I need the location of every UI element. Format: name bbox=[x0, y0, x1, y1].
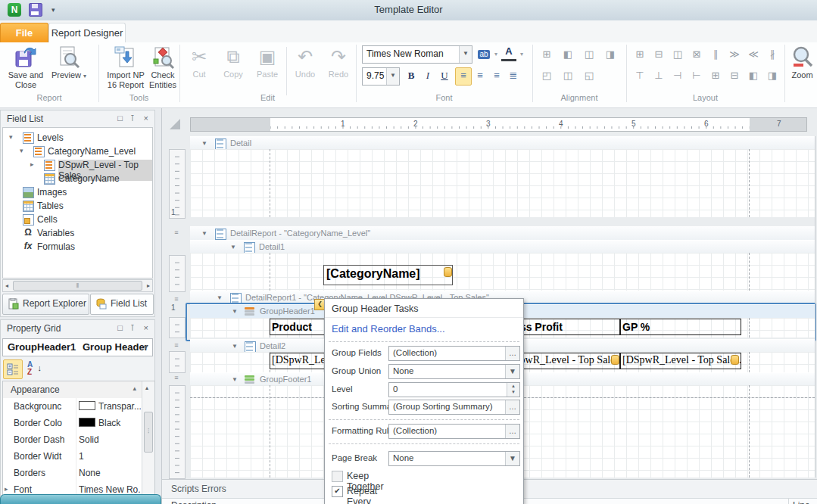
check-entities-button[interactable]: Check Entities bbox=[145, 44, 180, 94]
keep-together-checkbox[interactable] bbox=[332, 471, 343, 482]
v-spacing-increase-icon[interactable]: ⊥ bbox=[651, 68, 666, 83]
ellipsis-button[interactable]: … bbox=[505, 347, 519, 360]
data-cell-binding[interactable]: [DSpwR_Level - Top Sales. bbox=[620, 353, 741, 369]
tab-report-designer[interactable]: Report Designer bbox=[48, 23, 126, 45]
copy-button[interactable]: ⧉ Copy bbox=[218, 44, 248, 94]
sorting-summary-input[interactable]: (Group Sorting Summary) … bbox=[388, 400, 520, 415]
band-content-detail1[interactable]: [CategoryName] bbox=[190, 253, 815, 291]
scroll-left-icon[interactable]: ◂ bbox=[5, 282, 8, 289]
ellipsis-button[interactable]: … bbox=[505, 425, 519, 438]
vertical-ruler[interactable] bbox=[169, 255, 186, 292]
property-row-border-width[interactable]: Border Widt 1 bbox=[3, 448, 142, 465]
center-horizontally-icon[interactable]: ⊞ bbox=[708, 68, 723, 83]
tab-report-explorer[interactable]: Report Explorer bbox=[2, 294, 89, 315]
cut-button[interactable]: ✂ Cut bbox=[184, 44, 214, 94]
collapse-icon[interactable]: ▾ bbox=[20, 147, 23, 154]
band-splitter-handle[interactable]: ≡ bbox=[170, 375, 182, 381]
band-splitter-handle[interactable]: ≡ bbox=[170, 296, 182, 302]
tree-item-variables[interactable]: Ω Variables bbox=[3, 226, 152, 240]
same-width-icon[interactable]: ⊟ bbox=[651, 47, 666, 62]
align-lefts-icon[interactable]: ◧ bbox=[560, 47, 575, 62]
preview-button[interactable]: Preview ▾ bbox=[48, 44, 89, 94]
h-spacing-remove-icon[interactable]: ∦ bbox=[765, 47, 780, 62]
object-dropdown-icon[interactable]: ▼ bbox=[142, 344, 149, 351]
align-middles-icon[interactable]: ◫ bbox=[560, 68, 575, 83]
scroll-thumb[interactable]: ⫴ bbox=[13, 281, 142, 291]
ellipsis-button[interactable]: … bbox=[505, 400, 519, 414]
font-size-combo[interactable]: 9.75 ▼ bbox=[362, 67, 400, 86]
collapse-band-icon[interactable]: ▼ bbox=[201, 140, 207, 147]
font-family-combo[interactable]: Times New Roman ▼ bbox=[362, 45, 472, 64]
band-splitter-handle[interactable]: ≡ bbox=[170, 229, 182, 235]
size-to-grid-icon[interactable]: ⊞ bbox=[632, 47, 647, 62]
preview-dropdown-icon[interactable]: ▾ bbox=[83, 73, 86, 79]
property-grid-vscrollbar[interactable]: ▴ ⫶ bbox=[142, 381, 154, 504]
collapse-category-icon[interactable]: ▴ bbox=[133, 384, 136, 392]
page-break-select[interactable]: None ▼ bbox=[388, 451, 520, 466]
italic-button[interactable]: I bbox=[420, 67, 435, 84]
edit-reorder-bands-link[interactable]: Edit and Reorder Bands... bbox=[332, 323, 445, 334]
tree-item-cells[interactable]: Cells bbox=[3, 213, 152, 226]
vertical-ruler[interactable] bbox=[169, 317, 186, 338]
save-and-close-button[interactable]: Save and Close bbox=[5, 44, 47, 94]
property-row-border-dash[interactable]: Border Dash Solid bbox=[3, 431, 142, 449]
bold-button[interactable]: B bbox=[404, 67, 419, 84]
underline-button[interactable]: U bbox=[437, 67, 452, 84]
property-row-borders[interactable]: Borders None bbox=[3, 465, 142, 482]
collapse-band-icon[interactable]: ▼ bbox=[232, 308, 238, 315]
tree-item-tables[interactable]: Tables bbox=[3, 199, 152, 213]
zoom-button[interactable]: Zoom bbox=[787, 44, 817, 94]
alphabetical-sort-button[interactable]: A Z ↓ bbox=[24, 359, 44, 379]
same-size-icon[interactable]: ⊠ bbox=[689, 47, 704, 62]
align-to-grid-icon[interactable]: ⊞ bbox=[539, 47, 554, 62]
scroll-up-icon[interactable]: ▴ bbox=[145, 384, 148, 391]
formatting-rules-input[interactable]: (Collection) … bbox=[388, 424, 520, 439]
tab-file[interactable]: File bbox=[0, 23, 48, 43]
font-size-dropdown-icon[interactable]: ▼ bbox=[386, 68, 399, 85]
level-spinner[interactable]: 0 ▲▼ bbox=[388, 382, 520, 397]
collapse-icon[interactable]: ▾ bbox=[9, 133, 13, 141]
horizontal-ruler[interactable]: 1234567 bbox=[190, 117, 807, 132]
close-icon[interactable]: × bbox=[144, 323, 148, 332]
maximize-icon[interactable]: □ bbox=[117, 114, 123, 123]
align-bottoms-icon[interactable]: ◱ bbox=[582, 68, 597, 83]
band-content-detail[interactable] bbox=[190, 149, 815, 217]
redo-button[interactable]: ↷ Redo bbox=[323, 44, 354, 94]
font-color-button[interactable]: A bbox=[501, 45, 516, 61]
column-divider[interactable] bbox=[788, 499, 789, 504]
v-spacing-equal-icon[interactable]: ⊤ bbox=[632, 68, 647, 83]
property-row-background[interactable]: Backgrounc Transpar... bbox=[3, 398, 142, 415]
align-tops-icon[interactable]: ◰ bbox=[539, 68, 554, 83]
collapse-band-icon[interactable]: ▼ bbox=[232, 343, 238, 350]
import-np16-report-button[interactable]: Import NP 16 Report bbox=[104, 44, 147, 94]
paste-button[interactable]: ▣ Paste bbox=[252, 44, 282, 94]
send-to-back-icon[interactable]: ◨ bbox=[765, 68, 780, 83]
collapse-band-icon[interactable]: ▼ bbox=[230, 244, 236, 250]
vertical-ruler[interactable] bbox=[169, 351, 186, 373]
selected-object-combo[interactable]: GroupHeader1 Group Header ▼ bbox=[2, 338, 153, 356]
group-fields-input[interactable]: (Collection) … bbox=[388, 346, 520, 361]
tree-item-images[interactable]: Images bbox=[3, 185, 152, 199]
align-centers-icon[interactable]: ◫ bbox=[582, 47, 597, 62]
undo-button[interactable]: ↶ Undo bbox=[290, 44, 320, 94]
v-spacing-decrease-icon[interactable]: ⊣ bbox=[670, 68, 685, 83]
v-spacing-remove-icon[interactable]: ⊢ bbox=[689, 68, 704, 83]
property-row-border-color[interactable]: Border Colo Black bbox=[3, 415, 142, 432]
field-list-hscrollbar[interactable]: ◂ ▸ ⫴ bbox=[2, 279, 153, 292]
text-highlight-button[interactable]: ab bbox=[476, 45, 492, 62]
dropdown-icon[interactable]: ▼ bbox=[505, 452, 519, 465]
align-center-button[interactable]: ≡ bbox=[472, 67, 488, 84]
highlight-dropdown-icon[interactable]: ▾ bbox=[492, 47, 500, 62]
collapse-band-icon[interactable]: ▼ bbox=[217, 294, 223, 301]
tree-item-formulas[interactable]: fx Formulas bbox=[3, 240, 152, 254]
same-height-icon[interactable]: ◫ bbox=[670, 47, 685, 62]
header-cell-gp-percent[interactable]: GP % bbox=[620, 319, 741, 335]
categoryname-label-cell[interactable]: [CategoryName] bbox=[323, 265, 453, 285]
band-header-detailreport[interactable]: ▼ DetailReport - "CategoryName_Level" bbox=[190, 226, 815, 241]
pin-icon[interactable]: ⊺ bbox=[130, 114, 135, 123]
tab-field-list[interactable]: Field List bbox=[90, 294, 154, 315]
bring-to-front-icon[interactable]: ◧ bbox=[746, 68, 761, 83]
spinner-buttons[interactable]: ▲▼ bbox=[507, 383, 519, 397]
dropdown-icon[interactable]: ▼ bbox=[505, 365, 519, 378]
collapse-band-icon[interactable]: ▼ bbox=[232, 376, 238, 383]
